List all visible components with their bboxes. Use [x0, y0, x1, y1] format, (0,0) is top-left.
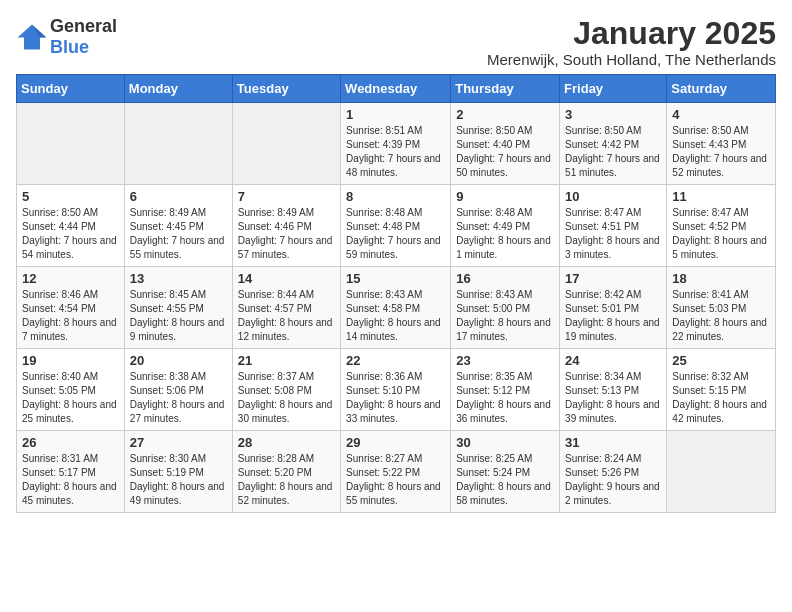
day-number: 1	[346, 107, 445, 122]
day-number: 17	[565, 271, 661, 286]
title-block: January 2025 Merenwijk, South Holland, T…	[487, 16, 776, 68]
logo-blue: Blue	[50, 37, 89, 57]
day-info: Sunrise: 8:43 AM Sunset: 4:58 PM Dayligh…	[346, 288, 445, 344]
calendar-week-row: 12Sunrise: 8:46 AM Sunset: 4:54 PM Dayli…	[17, 267, 776, 349]
calendar-cell: 16Sunrise: 8:43 AM Sunset: 5:00 PM Dayli…	[451, 267, 560, 349]
day-number: 12	[22, 271, 119, 286]
day-info: Sunrise: 8:28 AM Sunset: 5:20 PM Dayligh…	[238, 452, 335, 508]
day-info: Sunrise: 8:35 AM Sunset: 5:12 PM Dayligh…	[456, 370, 554, 426]
day-info: Sunrise: 8:32 AM Sunset: 5:15 PM Dayligh…	[672, 370, 770, 426]
calendar-week-row: 1Sunrise: 8:51 AM Sunset: 4:39 PM Daylig…	[17, 103, 776, 185]
calendar-header-row: SundayMondayTuesdayWednesdayThursdayFrid…	[17, 75, 776, 103]
calendar-cell: 8Sunrise: 8:48 AM Sunset: 4:48 PM Daylig…	[341, 185, 451, 267]
logo-icon	[16, 23, 48, 51]
day-info: Sunrise: 8:50 AM Sunset: 4:42 PM Dayligh…	[565, 124, 661, 180]
calendar-cell: 25Sunrise: 8:32 AM Sunset: 5:15 PM Dayli…	[667, 349, 776, 431]
day-info: Sunrise: 8:47 AM Sunset: 4:52 PM Dayligh…	[672, 206, 770, 262]
calendar-cell	[17, 103, 125, 185]
day-info: Sunrise: 8:37 AM Sunset: 5:08 PM Dayligh…	[238, 370, 335, 426]
day-info: Sunrise: 8:49 AM Sunset: 4:46 PM Dayligh…	[238, 206, 335, 262]
calendar-cell	[124, 103, 232, 185]
day-number: 3	[565, 107, 661, 122]
day-number: 20	[130, 353, 227, 368]
calendar-cell: 28Sunrise: 8:28 AM Sunset: 5:20 PM Dayli…	[232, 431, 340, 513]
logo-text: General Blue	[50, 16, 117, 58]
calendar-cell: 9Sunrise: 8:48 AM Sunset: 4:49 PM Daylig…	[451, 185, 560, 267]
day-number: 19	[22, 353, 119, 368]
day-number: 14	[238, 271, 335, 286]
calendar-cell: 24Sunrise: 8:34 AM Sunset: 5:13 PM Dayli…	[560, 349, 667, 431]
day-info: Sunrise: 8:46 AM Sunset: 4:54 PM Dayligh…	[22, 288, 119, 344]
day-number: 7	[238, 189, 335, 204]
page-header: General Blue January 2025 Merenwijk, Sou…	[16, 16, 776, 68]
weekday-header: Sunday	[17, 75, 125, 103]
weekday-header: Thursday	[451, 75, 560, 103]
calendar-cell: 11Sunrise: 8:47 AM Sunset: 4:52 PM Dayli…	[667, 185, 776, 267]
calendar-cell: 19Sunrise: 8:40 AM Sunset: 5:05 PM Dayli…	[17, 349, 125, 431]
calendar-cell: 31Sunrise: 8:24 AM Sunset: 5:26 PM Dayli…	[560, 431, 667, 513]
calendar-cell: 15Sunrise: 8:43 AM Sunset: 4:58 PM Dayli…	[341, 267, 451, 349]
day-info: Sunrise: 8:25 AM Sunset: 5:24 PM Dayligh…	[456, 452, 554, 508]
day-info: Sunrise: 8:45 AM Sunset: 4:55 PM Dayligh…	[130, 288, 227, 344]
day-number: 15	[346, 271, 445, 286]
month-title: January 2025	[487, 16, 776, 51]
day-info: Sunrise: 8:36 AM Sunset: 5:10 PM Dayligh…	[346, 370, 445, 426]
calendar-cell: 10Sunrise: 8:47 AM Sunset: 4:51 PM Dayli…	[560, 185, 667, 267]
calendar-cell: 6Sunrise: 8:49 AM Sunset: 4:45 PM Daylig…	[124, 185, 232, 267]
calendar-cell: 18Sunrise: 8:41 AM Sunset: 5:03 PM Dayli…	[667, 267, 776, 349]
day-number: 25	[672, 353, 770, 368]
day-number: 2	[456, 107, 554, 122]
day-number: 24	[565, 353, 661, 368]
calendar-cell: 23Sunrise: 8:35 AM Sunset: 5:12 PM Dayli…	[451, 349, 560, 431]
day-number: 8	[346, 189, 445, 204]
calendar-cell: 13Sunrise: 8:45 AM Sunset: 4:55 PM Dayli…	[124, 267, 232, 349]
calendar-cell: 26Sunrise: 8:31 AM Sunset: 5:17 PM Dayli…	[17, 431, 125, 513]
calendar-cell	[667, 431, 776, 513]
weekday-header: Tuesday	[232, 75, 340, 103]
calendar-cell: 5Sunrise: 8:50 AM Sunset: 4:44 PM Daylig…	[17, 185, 125, 267]
day-number: 4	[672, 107, 770, 122]
day-info: Sunrise: 8:34 AM Sunset: 5:13 PM Dayligh…	[565, 370, 661, 426]
day-info: Sunrise: 8:38 AM Sunset: 5:06 PM Dayligh…	[130, 370, 227, 426]
calendar-cell: 30Sunrise: 8:25 AM Sunset: 5:24 PM Dayli…	[451, 431, 560, 513]
day-number: 22	[346, 353, 445, 368]
day-info: Sunrise: 8:24 AM Sunset: 5:26 PM Dayligh…	[565, 452, 661, 508]
calendar-cell: 27Sunrise: 8:30 AM Sunset: 5:19 PM Dayli…	[124, 431, 232, 513]
day-info: Sunrise: 8:42 AM Sunset: 5:01 PM Dayligh…	[565, 288, 661, 344]
day-number: 23	[456, 353, 554, 368]
calendar-week-row: 26Sunrise: 8:31 AM Sunset: 5:17 PM Dayli…	[17, 431, 776, 513]
day-number: 30	[456, 435, 554, 450]
day-info: Sunrise: 8:51 AM Sunset: 4:39 PM Dayligh…	[346, 124, 445, 180]
day-info: Sunrise: 8:41 AM Sunset: 5:03 PM Dayligh…	[672, 288, 770, 344]
day-info: Sunrise: 8:30 AM Sunset: 5:19 PM Dayligh…	[130, 452, 227, 508]
day-info: Sunrise: 8:47 AM Sunset: 4:51 PM Dayligh…	[565, 206, 661, 262]
logo: General Blue	[16, 16, 117, 58]
day-number: 11	[672, 189, 770, 204]
calendar-cell: 20Sunrise: 8:38 AM Sunset: 5:06 PM Dayli…	[124, 349, 232, 431]
day-number: 5	[22, 189, 119, 204]
day-number: 10	[565, 189, 661, 204]
calendar-cell: 3Sunrise: 8:50 AM Sunset: 4:42 PM Daylig…	[560, 103, 667, 185]
weekday-header: Saturday	[667, 75, 776, 103]
calendar-cell: 29Sunrise: 8:27 AM Sunset: 5:22 PM Dayli…	[341, 431, 451, 513]
weekday-header: Monday	[124, 75, 232, 103]
day-info: Sunrise: 8:31 AM Sunset: 5:17 PM Dayligh…	[22, 452, 119, 508]
calendar-week-row: 19Sunrise: 8:40 AM Sunset: 5:05 PM Dayli…	[17, 349, 776, 431]
day-number: 28	[238, 435, 335, 450]
day-info: Sunrise: 8:48 AM Sunset: 4:49 PM Dayligh…	[456, 206, 554, 262]
day-number: 6	[130, 189, 227, 204]
day-number: 18	[672, 271, 770, 286]
day-number: 21	[238, 353, 335, 368]
calendar-week-row: 5Sunrise: 8:50 AM Sunset: 4:44 PM Daylig…	[17, 185, 776, 267]
calendar-cell: 12Sunrise: 8:46 AM Sunset: 4:54 PM Dayli…	[17, 267, 125, 349]
day-number: 13	[130, 271, 227, 286]
calendar-cell: 14Sunrise: 8:44 AM Sunset: 4:57 PM Dayli…	[232, 267, 340, 349]
day-info: Sunrise: 8:50 AM Sunset: 4:40 PM Dayligh…	[456, 124, 554, 180]
day-number: 27	[130, 435, 227, 450]
logo-general: General	[50, 16, 117, 36]
day-info: Sunrise: 8:27 AM Sunset: 5:22 PM Dayligh…	[346, 452, 445, 508]
calendar-table: SundayMondayTuesdayWednesdayThursdayFrid…	[16, 74, 776, 513]
calendar-cell: 17Sunrise: 8:42 AM Sunset: 5:01 PM Dayli…	[560, 267, 667, 349]
calendar-cell: 22Sunrise: 8:36 AM Sunset: 5:10 PM Dayli…	[341, 349, 451, 431]
day-number: 16	[456, 271, 554, 286]
